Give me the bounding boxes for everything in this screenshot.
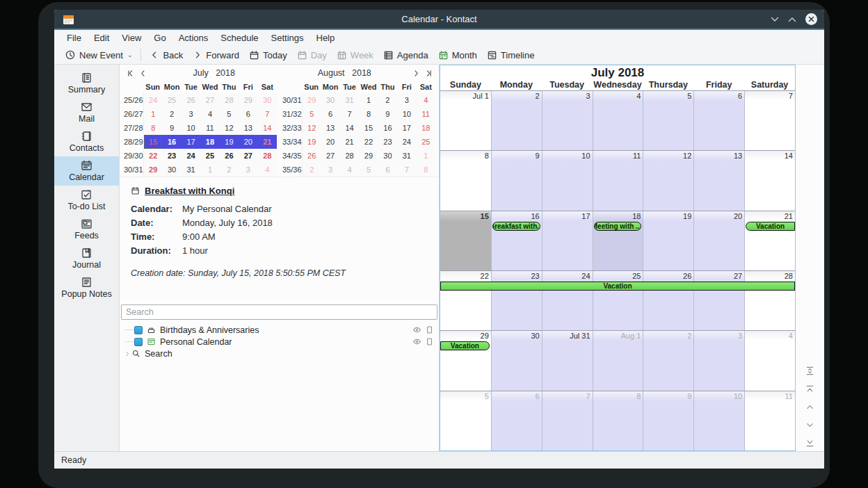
week-number[interactable]: 35/36 xyxy=(281,163,302,177)
month-day-cell[interactable]: 30 xyxy=(491,331,542,390)
forward-button[interactable]: Forward xyxy=(188,49,244,62)
mini-day-cell[interactable]: 3 xyxy=(321,163,339,177)
menu-view[interactable]: View xyxy=(116,31,147,44)
mini-day-cell[interactable]: 25 xyxy=(200,149,219,163)
mini-day-cell[interactable]: 20 xyxy=(239,135,257,149)
mini-day-cell[interactable]: 29 xyxy=(143,163,162,177)
month-day-cell[interactable]: 4 xyxy=(744,331,795,390)
new-event-button[interactable]: New Event ⌄ xyxy=(60,48,137,62)
mini-day-cell[interactable]: 12 xyxy=(220,121,239,135)
month-day-cell[interactable]: 6 xyxy=(491,391,542,450)
back-button[interactable]: Back xyxy=(145,49,188,62)
quickview-icon[interactable] xyxy=(425,325,434,334)
month-day-cell[interactable]: 8 xyxy=(440,151,491,210)
mini-day-cell[interactable]: 5 xyxy=(220,107,239,121)
mini-day-cell[interactable]: 19 xyxy=(302,135,321,149)
expander-icon[interactable] xyxy=(122,350,131,357)
calendar-list-item-personal[interactable]: Personal Calendar xyxy=(120,336,439,348)
month-day-cell[interactable]: 9 xyxy=(491,151,542,210)
month-day-cell[interactable]: 14 xyxy=(744,151,795,210)
week-number[interactable]: 34/35 xyxy=(281,149,302,163)
month-day-cell[interactable]: 12 xyxy=(643,151,693,210)
mini-day-cell[interactable]: 4 xyxy=(200,107,219,121)
mini-day-cell[interactable]: 23 xyxy=(162,149,181,163)
month-day-cell[interactable]: 3 xyxy=(542,91,593,150)
mini-day-cell[interactable]: 30 xyxy=(321,93,339,107)
mini-day-cell[interactable]: 7 xyxy=(397,163,416,177)
sidebar-item-notes[interactable]: Popup Notes xyxy=(54,273,119,302)
event-bar[interactable]: Vacation xyxy=(746,222,795,231)
mini-day-cell[interactable]: 6 xyxy=(239,107,257,121)
mini-day-cell[interactable]: 2 xyxy=(162,107,181,121)
mini-day-cell[interactable]: 2 xyxy=(220,163,239,177)
close-button[interactable] xyxy=(805,13,817,25)
mini-day-cell[interactable]: 24 xyxy=(397,135,416,149)
mini-day-cell[interactable]: 31 xyxy=(340,93,359,107)
mini-day-cell[interactable]: 21 xyxy=(258,135,277,149)
mini-day-cell[interactable]: 6 xyxy=(378,163,397,177)
mini-day-cell[interactable]: 22 xyxy=(143,149,162,163)
previous-year-button[interactable] xyxy=(124,69,136,78)
month-day-cell[interactable]: Jul 31 xyxy=(542,331,593,390)
mini-day-cell[interactable]: 1 xyxy=(359,93,378,107)
month-day-cell[interactable]: 10 xyxy=(542,151,593,210)
maximize-button[interactable] xyxy=(788,17,796,22)
mini-day-cell[interactable]: 13 xyxy=(321,121,339,135)
mini-day-cell[interactable]: 29 xyxy=(302,93,321,107)
timeline-view-button[interactable]: Timeline xyxy=(482,49,540,62)
mini-day-cell[interactable]: 4 xyxy=(258,163,277,177)
mini-day-cell[interactable]: 8 xyxy=(359,107,378,121)
mini-day-cell[interactable]: 11 xyxy=(200,121,219,135)
menu-schedule[interactable]: Schedule xyxy=(215,31,264,44)
month-day-cell[interactable]: 11 xyxy=(593,151,643,210)
month-day-cell[interactable]: 4 xyxy=(593,91,643,150)
mini-day-cell[interactable]: 8 xyxy=(143,121,162,135)
checkbox-checked[interactable] xyxy=(134,338,143,346)
mini-day-cell[interactable]: 21 xyxy=(340,135,359,149)
month-day-cell[interactable]: 3 xyxy=(693,331,744,390)
mini-day-cell[interactable]: 3 xyxy=(397,93,416,107)
sidebar-item-mail[interactable]: Mail xyxy=(54,98,119,127)
month-day-cell[interactable]: 24 xyxy=(542,271,593,330)
menu-go[interactable]: Go xyxy=(148,31,171,44)
menu-actions[interactable]: Actions xyxy=(173,31,214,44)
month-day-cell[interactable]: 26 xyxy=(643,271,693,330)
mini-day-cell[interactable]: 4 xyxy=(417,93,435,107)
calendar-list-item-birthdays[interactable]: Birthdays & Anniversaries xyxy=(120,324,439,336)
month-view-button[interactable]: Month xyxy=(433,49,482,62)
month-day-cell[interactable]: Jul 1 xyxy=(440,91,491,150)
next-year-button[interactable] xyxy=(422,69,435,78)
month-day-cell[interactable]: 20 xyxy=(693,211,744,270)
month-day-cell[interactable]: 7 xyxy=(744,91,795,150)
mini-day-cell[interactable]: 30 xyxy=(162,163,181,177)
mini-day-cell[interactable]: 31 xyxy=(182,163,200,177)
mini-day-cell[interactable]: 4 xyxy=(340,163,359,177)
week-view-button[interactable]: Week xyxy=(332,49,378,62)
menu-settings[interactable]: Settings xyxy=(266,31,310,44)
mini-day-cell[interactable]: 22 xyxy=(359,135,378,149)
mini-day-cell[interactable]: 11 xyxy=(417,107,435,121)
mini-day-cell[interactable]: 20 xyxy=(321,135,339,149)
search-input[interactable] xyxy=(121,304,437,320)
month-day-cell[interactable]: 17 xyxy=(542,211,593,270)
menu-edit[interactable]: Edit xyxy=(88,31,115,44)
quickview-icon[interactable] xyxy=(425,337,434,346)
week-number[interactable]: 29/30 xyxy=(122,149,143,163)
calendar-list-item-search[interactable]: Search xyxy=(120,348,439,359)
eye-icon[interactable] xyxy=(412,325,421,334)
mini-day-cell[interactable]: 24 xyxy=(143,93,162,107)
mini-day-cell[interactable]: 29 xyxy=(239,93,257,107)
mini-day-cell[interactable]: 2 xyxy=(302,163,321,177)
mini-day-cell[interactable]: 27 xyxy=(321,149,339,163)
mini-day-cell[interactable]: 24 xyxy=(182,149,200,163)
month-day-cell[interactable]: 27 xyxy=(693,271,744,330)
mini-day-cell[interactable]: 7 xyxy=(258,107,277,121)
event-bar[interactable]: Vacation xyxy=(440,282,795,291)
month-day-cell[interactable]: 18 xyxy=(593,211,643,270)
sidebar-item-journal[interactable]: Journal xyxy=(54,244,119,273)
month-day-cell[interactable]: 8 xyxy=(593,391,643,450)
sidebar-item-feeds[interactable]: Feeds xyxy=(54,215,119,244)
scroll-to-bottom-icon[interactable] xyxy=(805,438,815,448)
eye-icon[interactable] xyxy=(412,337,421,346)
minimize-button[interactable] xyxy=(771,17,779,22)
